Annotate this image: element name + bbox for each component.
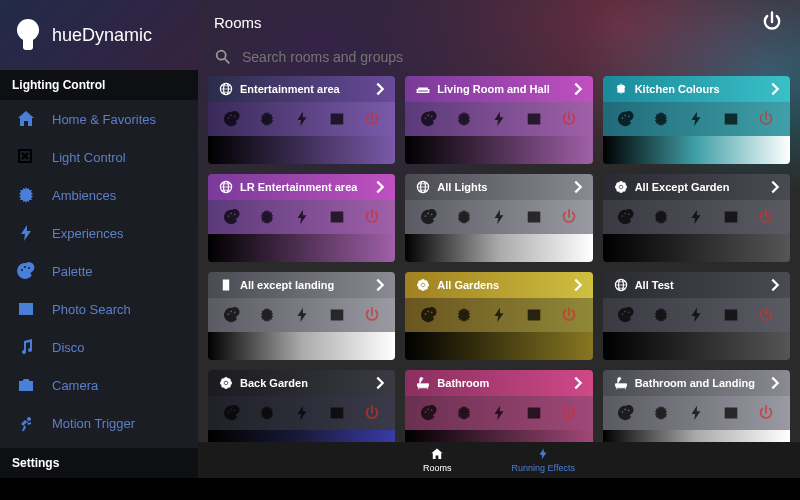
tab-running-effects[interactable]: Running Effects <box>512 447 575 473</box>
palette-icon[interactable] <box>617 110 635 128</box>
bolt-icon[interactable] <box>490 110 508 128</box>
nav-item-palette[interactable]: Palette <box>0 252 198 290</box>
gear-icon[interactable] <box>258 110 276 128</box>
brightness-slider[interactable] <box>405 234 592 262</box>
power-icon[interactable] <box>757 208 775 226</box>
search-input[interactable] <box>242 49 784 65</box>
image-icon[interactable] <box>328 110 346 128</box>
room-header[interactable]: Back Garden <box>208 370 395 396</box>
gear-icon[interactable] <box>258 306 276 324</box>
image-icon[interactable] <box>328 306 346 324</box>
bolt-icon[interactable] <box>490 404 508 422</box>
nav-item-bolt[interactable]: Experiences <box>0 214 198 252</box>
image-icon[interactable] <box>722 110 740 128</box>
image-icon[interactable] <box>722 404 740 422</box>
power-icon[interactable] <box>560 208 578 226</box>
power-icon[interactable] <box>757 404 775 422</box>
image-icon[interactable] <box>525 208 543 226</box>
nav-item-gear[interactable]: Ambiences <box>0 176 198 214</box>
gear-icon[interactable] <box>455 404 473 422</box>
room-header[interactable]: Bathroom and Landing <box>603 370 790 396</box>
nav-item-home[interactable]: Home & Favorites <box>0 100 198 138</box>
nav-item-music[interactable]: Disco <box>0 328 198 366</box>
search-bar[interactable] <box>198 44 800 76</box>
palette-icon[interactable] <box>223 208 241 226</box>
power-icon[interactable] <box>363 110 381 128</box>
room-header[interactable]: All Except Garden <box>603 174 790 200</box>
room-header[interactable]: Bathroom <box>405 370 592 396</box>
brightness-slider[interactable] <box>208 234 395 262</box>
gear-icon[interactable] <box>652 208 670 226</box>
power-icon[interactable] <box>560 404 578 422</box>
gear-icon[interactable] <box>455 306 473 324</box>
palette-icon[interactable] <box>617 306 635 324</box>
nav-item-camera[interactable]: Camera <box>0 366 198 404</box>
room-header[interactable]: Entertainment area <box>208 76 395 102</box>
power-icon[interactable] <box>560 306 578 324</box>
recent-button[interactable] <box>518 481 534 497</box>
brightness-slider[interactable] <box>603 430 790 442</box>
room-header[interactable]: All Gardens <box>405 272 592 298</box>
palette-icon[interactable] <box>617 208 635 226</box>
brightness-slider[interactable] <box>405 332 592 360</box>
gear-icon[interactable] <box>652 110 670 128</box>
image-icon[interactable] <box>525 110 543 128</box>
bolt-icon[interactable] <box>490 306 508 324</box>
power-icon[interactable] <box>560 110 578 128</box>
palette-icon[interactable] <box>420 208 438 226</box>
bolt-icon[interactable] <box>293 110 311 128</box>
room-header[interactable]: All except landing <box>208 272 395 298</box>
brightness-slider[interactable] <box>603 234 790 262</box>
palette-icon[interactable] <box>420 404 438 422</box>
power-icon[interactable] <box>757 110 775 128</box>
home-button[interactable] <box>392 481 408 497</box>
gear-icon[interactable] <box>455 208 473 226</box>
power-icon[interactable] <box>363 404 381 422</box>
gear-icon[interactable] <box>455 110 473 128</box>
gear-icon[interactable] <box>652 404 670 422</box>
room-header[interactable]: LR Entertainment area <box>208 174 395 200</box>
image-icon[interactable] <box>722 306 740 324</box>
brightness-slider[interactable] <box>405 136 592 164</box>
bolt-icon[interactable] <box>687 404 705 422</box>
brightness-slider[interactable] <box>603 136 790 164</box>
nav-item-run[interactable]: Motion Trigger <box>0 404 198 442</box>
bolt-icon[interactable] <box>687 208 705 226</box>
bolt-icon[interactable] <box>687 110 705 128</box>
gear-icon[interactable] <box>652 306 670 324</box>
brightness-slider[interactable] <box>208 332 395 360</box>
power-icon[interactable] <box>757 306 775 324</box>
power-icon[interactable] <box>363 306 381 324</box>
nav-item-image[interactable]: Photo Search <box>0 290 198 328</box>
bolt-icon[interactable] <box>293 208 311 226</box>
power-button[interactable] <box>760 10 784 34</box>
room-header[interactable]: Kitchen Colours <box>603 76 790 102</box>
power-icon[interactable] <box>363 208 381 226</box>
palette-icon[interactable] <box>420 306 438 324</box>
image-icon[interactable] <box>525 306 543 324</box>
palette-icon[interactable] <box>223 110 241 128</box>
image-icon[interactable] <box>328 404 346 422</box>
room-header[interactable]: Living Room and Hall <box>405 76 592 102</box>
bolt-icon[interactable] <box>293 404 311 422</box>
image-icon[interactable] <box>722 208 740 226</box>
brightness-slider[interactable] <box>603 332 790 360</box>
bolt-icon[interactable] <box>687 306 705 324</box>
palette-icon[interactable] <box>223 306 241 324</box>
room-header[interactable]: All Lights <box>405 174 592 200</box>
brightness-slider[interactable] <box>208 136 395 164</box>
palette-icon[interactable] <box>223 404 241 422</box>
image-icon[interactable] <box>328 208 346 226</box>
gear-icon[interactable] <box>258 208 276 226</box>
nav-item-square-edit[interactable]: Light Control <box>0 138 198 176</box>
gear-icon[interactable] <box>258 404 276 422</box>
brightness-slider[interactable] <box>405 430 592 442</box>
palette-icon[interactable] <box>617 404 635 422</box>
back-button[interactable] <box>266 481 282 497</box>
bolt-icon[interactable] <box>293 306 311 324</box>
tab-rooms[interactable]: Rooms <box>423 447 452 473</box>
palette-icon[interactable] <box>420 110 438 128</box>
image-icon[interactable] <box>525 404 543 422</box>
brightness-slider[interactable] <box>208 430 395 442</box>
bolt-icon[interactable] <box>490 208 508 226</box>
